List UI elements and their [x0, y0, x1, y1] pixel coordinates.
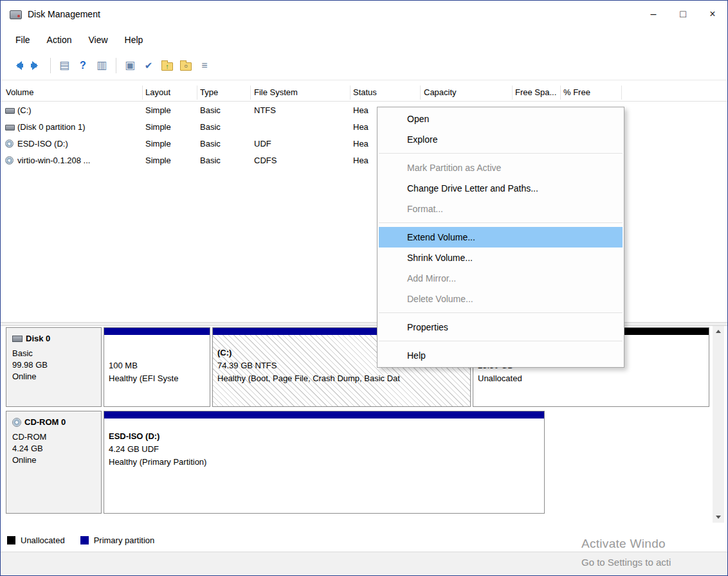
column-header-file-system[interactable]: File System: [254, 84, 349, 101]
toolbar: ▤ ? ▥ ▣ ✔ ↑ ○ ≡: [1, 51, 727, 80]
disc-icon: [5, 140, 14, 148]
disk-0-size: 99.98 GB: [12, 359, 101, 371]
context-menu-item-properties[interactable]: Properties: [378, 317, 624, 338]
primary-partition-strip: [104, 411, 544, 419]
details-view-icon[interactable]: ≡: [196, 57, 214, 75]
column-header-free-space[interactable]: Free Spa...: [515, 84, 558, 101]
drive-icon: [5, 108, 15, 114]
activation-watermark: Activate Windo Go to Settings to acti: [581, 537, 728, 568]
console-window-icon[interactable]: ▣: [121, 57, 139, 75]
context-menu: Open Explore Mark Partition as Active Ch…: [377, 107, 624, 368]
app-icon: [10, 10, 22, 19]
context-menu-item-extend-volume[interactable]: Extend Volume...: [379, 227, 623, 248]
column-header-type[interactable]: Type: [200, 84, 249, 101]
toolbar-separator: [50, 58, 51, 73]
show-action-pane-icon[interactable]: ▥: [93, 57, 111, 75]
disk-0-label-panel[interactable]: Disk 0 Basic 99.98 GB Online: [6, 327, 102, 407]
column-header-percent-free[interactable]: % Free: [563, 84, 619, 101]
drive-icon: [5, 125, 15, 130]
context-menu-item-explore[interactable]: Explore: [378, 129, 624, 150]
context-menu-separator: [378, 219, 624, 227]
legend: Unallocated Primary partition: [7, 534, 170, 546]
disk-0-kind: Basic: [12, 348, 101, 359]
scroll-up-button[interactable]: [713, 326, 724, 337]
column-header-layout[interactable]: Layout: [145, 84, 196, 101]
cdrom-0-size: 4.24 GB: [12, 443, 101, 455]
cdrom-0-status: Online: [12, 455, 101, 466]
column-header-capacity[interactable]: Capacity: [424, 84, 509, 101]
column-header-volume[interactable]: Volume: [6, 84, 140, 101]
menu-file[interactable]: File: [7, 33, 39, 47]
vertical-scrollbar[interactable]: [713, 326, 724, 523]
legend-unallocated-label: Unallocated: [21, 536, 65, 545]
context-menu-item-delete-volume: Delete Volume...: [378, 289, 624, 309]
partition-d-esd-iso[interactable]: ESD-ISO (D:) 4.24 GB UDF Healthy (Primar…: [104, 411, 545, 514]
scroll-down-button[interactable]: [713, 512, 724, 523]
back-icon[interactable]: [8, 57, 26, 75]
disk-icon: [12, 336, 23, 342]
context-menu-item-mark-partition-as-active: Mark Partition as Active: [378, 158, 624, 178]
context-menu-separator: [378, 338, 624, 345]
disk-0-status: Online: [12, 371, 101, 382]
menubar: File Action View Help: [1, 29, 727, 51]
partition-efi-system[interactable]: 100 MB Healthy (EFI Syste: [104, 327, 210, 407]
context-menu-item-help[interactable]: Help: [378, 345, 624, 366]
legend-primary-partition-swatch: [80, 536, 89, 544]
context-menu-item-change-drive-letter[interactable]: Change Drive Letter and Paths...: [378, 178, 624, 199]
window-title: Disk Management: [28, 9, 100, 19]
help-icon[interactable]: ?: [74, 57, 92, 75]
column-header-status[interactable]: Status: [353, 84, 417, 101]
folder-up-icon[interactable]: ↑: [158, 57, 176, 75]
disk-management-window: Disk Management – □ × File Action View H…: [0, 0, 728, 576]
folder-search-icon[interactable]: ○: [177, 57, 195, 75]
context-menu-item-add-mirror: Add Mirror...: [378, 268, 624, 289]
titlebar: Disk Management – □ ×: [1, 1, 727, 29]
forward-icon[interactable]: [27, 57, 45, 75]
context-menu-item-shrink-volume[interactable]: Shrink Volume...: [378, 248, 624, 268]
cd-icon: [12, 418, 21, 427]
context-menu-separator: [378, 150, 624, 158]
maximize-button[interactable]: □: [668, 1, 698, 28]
cdrom-0-kind: CD-ROM: [12, 431, 101, 443]
menu-help[interactable]: Help: [116, 33, 152, 47]
toolbar-separator: [116, 58, 116, 73]
show-console-tree-icon[interactable]: ▤: [55, 57, 73, 75]
disc-icon: [5, 156, 14, 165]
check-list-icon[interactable]: ✔: [140, 57, 158, 75]
context-menu-separator: [378, 309, 624, 317]
minimize-button[interactable]: –: [639, 1, 668, 28]
context-menu-item-open[interactable]: Open: [378, 109, 624, 129]
cdrom-0-label-panel[interactable]: CD-ROM 0 CD-ROM 4.24 GB Online: [6, 411, 102, 514]
primary-partition-strip: [104, 328, 210, 335]
legend-unallocated-swatch: [7, 536, 15, 544]
context-menu-item-format: Format...: [378, 199, 624, 219]
close-button[interactable]: ×: [698, 1, 727, 28]
menu-view[interactable]: View: [80, 33, 116, 47]
legend-primary-partition-label: Primary partition: [94, 536, 155, 545]
menu-action[interactable]: Action: [39, 33, 80, 47]
